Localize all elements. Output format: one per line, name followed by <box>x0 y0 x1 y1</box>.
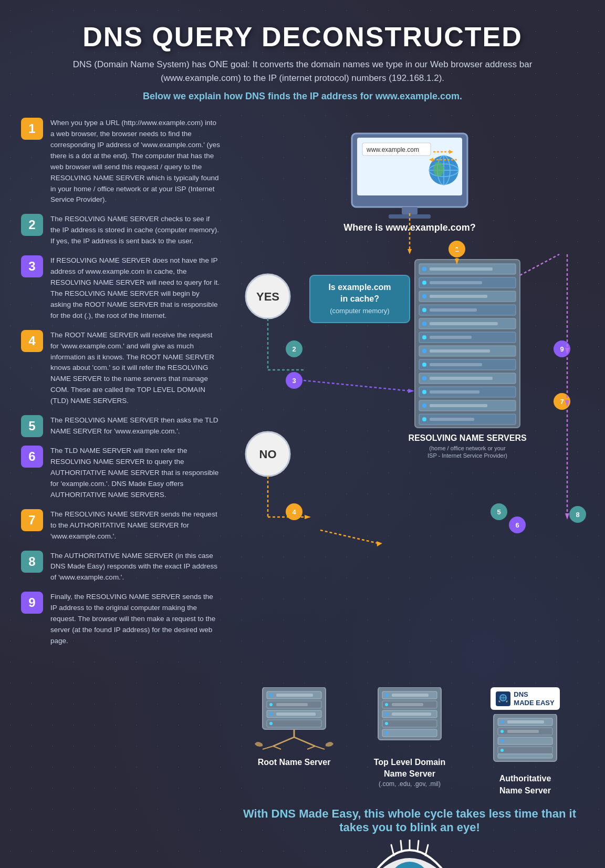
auth-server-illustration <box>483 714 567 767</box>
svg-line-115 <box>273 746 281 749</box>
step-2: 2 The RESOLVING NAME SERVER checks to se… <box>21 214 221 247</box>
svg-rect-140 <box>507 720 544 724</box>
svg-rect-10 <box>402 207 418 214</box>
svg-rect-128 <box>382 720 437 727</box>
svg-rect-52 <box>430 349 490 353</box>
svg-line-114 <box>263 746 273 749</box>
step-number-3: 3 <box>21 255 43 277</box>
svg-rect-124 <box>392 703 423 706</box>
svg-rect-144 <box>498 737 552 745</box>
svg-line-117 <box>315 746 325 749</box>
svg-text:6: 6 <box>515 521 519 529</box>
tld-server-label: Top Level DomainName Server <box>374 757 446 780</box>
highlight-text: Below we explain how DNS finds the IP ad… <box>21 91 584 102</box>
step-number-4: 4 <box>21 330 43 352</box>
svg-text:7: 7 <box>560 398 564 406</box>
step-number-2: 2 <box>21 214 43 236</box>
svg-text:2: 2 <box>292 345 296 353</box>
svg-rect-143 <box>507 730 539 733</box>
svg-text:Is example.com: Is example.com <box>328 283 391 292</box>
step-7: 7 The RESOLVING NAME SERVER sends the re… <box>21 509 221 542</box>
step-text-6: The TLD NAME SERVER will then refer the … <box>50 446 221 501</box>
svg-marker-77 <box>377 541 382 546</box>
svg-point-9 <box>433 162 444 177</box>
step-text-1: When you type a URL (http://www.example.… <box>50 118 221 205</box>
svg-point-66 <box>422 417 426 421</box>
svg-line-113 <box>294 737 315 746</box>
svg-line-96 <box>520 254 559 275</box>
auth-name-server: DNSMADE EASY <box>473 687 578 797</box>
tld-server-illustration <box>368 687 452 750</box>
bottom-tagline: With DNS Made Easy, this whole cycle tak… <box>231 807 588 834</box>
svg-marker-19 <box>408 249 412 254</box>
svg-point-39 <box>422 294 426 298</box>
svg-point-51 <box>422 349 426 353</box>
svg-point-120 <box>385 694 388 697</box>
root-server-label: Root Name Server <box>258 757 331 768</box>
svg-point-110 <box>269 722 273 725</box>
step-text-3: If RESOLVING NAME SERVER does not have t… <box>50 255 221 322</box>
step-number-8: 8 <box>21 551 43 573</box>
svg-rect-58 <box>430 377 493 380</box>
tld-server-sublabel: (.com, .edu, .gov, .mil) <box>379 780 441 788</box>
root-name-server: Root Name Server <box>242 687 347 797</box>
no-label: NO <box>259 448 277 461</box>
svg-rect-34 <box>430 267 493 271</box>
step-1: 1 When you type a URL (http://www.exampl… <box>21 118 221 205</box>
svg-text:3: 3 <box>292 377 296 385</box>
svg-point-123 <box>385 703 388 706</box>
header: DNS QUERY DECONSTRUCTED DNS (Domain Name… <box>21 11 584 107</box>
step-6: 6 The TLD NAME SERVER will then refer th… <box>21 446 221 501</box>
svg-text:in cache?: in cache? <box>340 294 379 303</box>
svg-rect-127 <box>392 712 431 716</box>
yes-label: YES <box>256 290 279 303</box>
svg-rect-102 <box>276 694 313 697</box>
svg-line-116 <box>307 746 315 749</box>
page-title: DNS QUERY DECONSTRUCTED <box>21 21 584 53</box>
svg-point-54 <box>422 363 426 367</box>
svg-point-57 <box>422 376 426 380</box>
svg-rect-49 <box>430 336 472 339</box>
svg-point-142 <box>500 730 504 733</box>
step-text-5: The RESOLVING NAME SERVER then asks the … <box>50 415 221 437</box>
page-wrapper: DNS QUERY DECONSTRUCTED DNS (Domain Name… <box>0 0 605 868</box>
svg-rect-40 <box>430 295 487 298</box>
svg-rect-37 <box>430 281 482 284</box>
svg-point-145 <box>500 739 504 742</box>
steps-column: 1 When you type a URL (http://www.exampl… <box>21 118 221 868</box>
svg-point-33 <box>422 267 426 271</box>
svg-text:(home / office network or your: (home / office network or your <box>429 445 506 451</box>
bottom-section: Root Name Server <box>231 687 588 868</box>
svg-rect-105 <box>276 703 308 706</box>
step-number-9: 9 <box>21 592 43 614</box>
svg-point-147 <box>500 749 504 752</box>
resolving-label: RESOLVING NAME SERVERS <box>408 433 527 442</box>
diagram-column: www.example.com <box>231 118 588 868</box>
step-number-1: 1 <box>21 118 43 140</box>
svg-point-45 <box>422 322 426 326</box>
svg-rect-61 <box>430 390 479 394</box>
step-number-7: 7 <box>21 509 43 531</box>
step-text-7: The RESOLVING NAME SERVER sends the requ… <box>50 509 221 542</box>
svg-point-131 <box>385 731 388 735</box>
svg-marker-75 <box>305 515 311 519</box>
svg-point-101 <box>269 694 273 697</box>
svg-text:ISP - Internet Service Provide: ISP - Internet Service Provider) <box>427 452 507 459</box>
step-number-5: 5 <box>21 415 43 437</box>
tld-name-server: Top Level DomainName Server (.com, .edu,… <box>357 687 462 797</box>
step-text-8: The AUTHORITATIVE NAME SERVER (in this c… <box>50 551 221 584</box>
svg-text:8: 8 <box>576 511 579 519</box>
svg-line-152 <box>418 841 419 851</box>
svg-point-139 <box>500 720 504 724</box>
svg-text:5: 5 <box>497 508 500 516</box>
svg-point-104 <box>269 703 273 706</box>
main-content: 1 When you type a URL (http://www.exampl… <box>21 118 584 868</box>
svg-point-48 <box>422 335 426 339</box>
svg-rect-55 <box>430 363 482 366</box>
svg-rect-109 <box>267 720 321 727</box>
svg-point-42 <box>422 308 426 312</box>
step-text-9: Finally, the RESOLVING NAME SERVER sends… <box>50 592 221 647</box>
svg-rect-67 <box>430 418 474 421</box>
svg-point-63 <box>422 404 426 408</box>
diagram-svg: www.example.com <box>231 118 588 669</box>
